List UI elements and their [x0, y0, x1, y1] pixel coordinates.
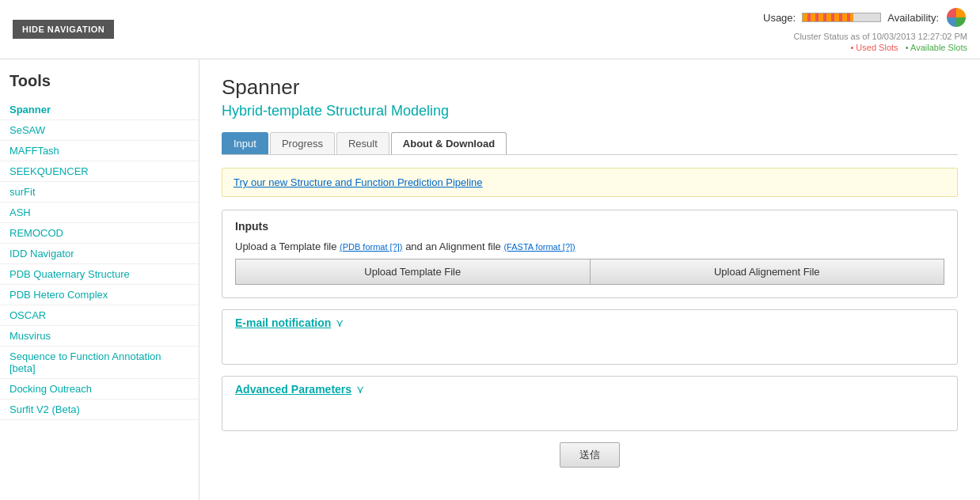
- usage-label: Usage:: [763, 12, 796, 24]
- sidebar-heading: Tools: [0, 72, 199, 100]
- tabs-bar: Input Progress Result About & Download: [222, 132, 958, 155]
- sidebar-item-remocod[interactable]: REMOCOD: [0, 223, 199, 244]
- advanced-section-header[interactable]: Advanced Parameters ⋎: [222, 377, 957, 402]
- tab-progress[interactable]: Progress: [270, 132, 335, 154]
- sidebar-item-sesaw[interactable]: SeSAW: [0, 120, 199, 141]
- sidebar-item-mafftash[interactable]: MAFFTash: [0, 141, 199, 161]
- top-bar: HIDE NAVIGATION Usage: Availability: Clu…: [0, 0, 980, 59]
- tab-input[interactable]: Input: [222, 132, 268, 154]
- submit-button[interactable]: 送信: [560, 442, 620, 468]
- page-title: Spanner: [222, 75, 958, 100]
- email-section-body: [222, 335, 957, 364]
- inputs-title: Inputs: [235, 220, 944, 233]
- email-section-header[interactable]: E-mail notification ⋎: [222, 310, 957, 335]
- content-area: Spanner Hybrid-template Structural Model…: [199, 59, 980, 500]
- advanced-section-title[interactable]: Advanced Parameters: [235, 383, 351, 396]
- upload-buttons: Upload Template File Upload Alignement F…: [235, 259, 944, 285]
- fasta-format-link[interactable]: (FASTA format [?]): [503, 242, 575, 252]
- notice-box: Try our new Structure and Function Predi…: [222, 168, 958, 197]
- inputs-section: Inputs Upload a Template file (PDB forma…: [222, 210, 958, 298]
- advanced-section: Advanced Parameters ⋎: [222, 376, 958, 431]
- usage-bar-fill: [803, 13, 853, 21]
- tab-about-download[interactable]: About & Download: [391, 132, 507, 154]
- sidebar-item-surfit[interactable]: surFit: [0, 182, 199, 203]
- slots-legend: • Used Slots • Available Slots: [763, 43, 967, 52]
- sidebar-item-seekquencer[interactable]: SEEKQUENCER: [0, 161, 199, 182]
- upload-template-button[interactable]: Upload Template File: [235, 259, 590, 285]
- sidebar-item-seq-function[interactable]: Sequence to Function Annotation [beta]: [0, 347, 199, 379]
- hide-navigation-button[interactable]: HIDE NAVIGATION: [13, 20, 114, 39]
- sidebar-item-musvirus[interactable]: Musvirus: [0, 326, 199, 347]
- upload-alignment-button[interactable]: Upload Alignement File: [590, 259, 945, 285]
- page-subtitle: Hybrid-template Structural Modeling: [222, 103, 958, 119]
- sidebar-item-pdb-hetero[interactable]: PDB Hetero Complex: [0, 285, 199, 305]
- main-layout: Tools Spanner SeSAW MAFFTash SEEKQUENCER…: [0, 59, 980, 500]
- advanced-section-arrow: ⋎: [356, 383, 364, 396]
- email-section-arrow: ⋎: [336, 316, 344, 329]
- cluster-info: Usage: Availability: Cluster Status as o…: [763, 6, 967, 52]
- upload-instruction: Upload a Template file (PDB format [?]) …: [235, 241, 944, 252]
- notice-link[interactable]: Try our new Structure and Function Predi…: [234, 176, 483, 188]
- sidebar-item-ash[interactable]: ASH: [0, 203, 199, 223]
- sidebar-item-spanner[interactable]: Spanner: [0, 100, 199, 120]
- advanced-section-body: [222, 402, 957, 430]
- alignment-text: and an Alignment file: [405, 241, 501, 252]
- usage-bar: [802, 13, 881, 22]
- used-slots-label: • Used Slots: [850, 43, 898, 52]
- submit-area: 送信: [222, 442, 958, 468]
- sidebar-item-idd-navigator[interactable]: IDD Navigator: [0, 244, 199, 264]
- sidebar-item-oscar[interactable]: OSCAR: [0, 305, 199, 326]
- availability-pie-chart: [945, 6, 967, 28]
- avail-slots-label: • Available Slots: [906, 43, 967, 52]
- upload-instruction-text: Upload a Template file: [235, 241, 336, 252]
- pdb-format-link[interactable]: (PDB format [?]): [340, 242, 402, 252]
- sidebar-item-surfit-v2[interactable]: Surfit V2 (Beta): [0, 400, 199, 420]
- cluster-status: Cluster Status as of 10/03/2013 12:27:02…: [763, 32, 967, 41]
- tab-result[interactable]: Result: [336, 132, 389, 154]
- email-section: E-mail notification ⋎: [222, 309, 958, 365]
- sidebar-item-docking-outreach[interactable]: Docking Outreach: [0, 379, 199, 400]
- availability-label: Availability:: [887, 12, 939, 24]
- email-section-title[interactable]: E-mail notification: [235, 316, 331, 329]
- sidebar: Tools Spanner SeSAW MAFFTash SEEKQUENCER…: [0, 59, 199, 500]
- sidebar-item-pdb-quaternary[interactable]: PDB Quaternary Structure: [0, 264, 199, 285]
